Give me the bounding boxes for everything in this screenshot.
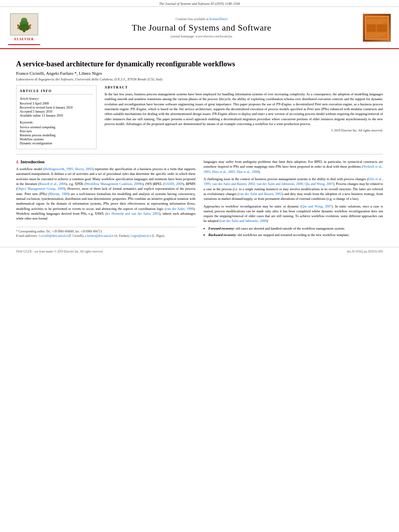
history-item-1: Received in revised form 4 January 2010 [20,106,93,109]
keyword-4: Dynamic reconfiguration [20,142,93,145]
bottom-left-text: 0164-1212/$ – see front matter © 2010 El… [16,250,103,253]
copyright-text: © 2010 Elsevier Inc. All rights reserved… [105,129,383,132]
svg-point-8 [29,24,31,26]
bottom-bar: 0164-1212/$ – see front matter © 2010 El… [0,247,399,256]
abstract-section: ABSTRACT In the last few years, business… [105,85,383,132]
article-authors: Franco Cicirelli, Angelo Furfaro *, Libe… [16,71,383,76]
intro-right-col: languages may suffer from ambiguity prob… [204,159,383,239]
footnote-corresponding: * Corresponding author. Tel.: +39 0984 4… [16,230,195,234]
svg-rect-3 [23,30,25,32]
keyword-2: Business process modelling [20,134,93,137]
elsevier-tree-icon [10,13,38,35]
article-info-abstract-section: ARTICLE INFO Article history: Received 3… [16,85,383,149]
section-heading: 1. Introduction [16,159,195,164]
journal-title-banner: The Journal of Systems and Software [40,23,363,33]
journal-header-text: The Journal of Systems and Software 83 (… [159,2,240,6]
sciencedirect-link[interactable]: ScienceDirect [210,17,228,21]
history-item-3: Available online 13 January 2010 [20,114,93,117]
footnote-emails: E-mail addresses: f.cicirelli@deis.unica… [16,234,195,238]
bottom-right-text: doi:10.1016/j.jss.2010.01.003 [347,250,383,253]
article-affiliation: Laboratorio di Ingegneria del Software, … [16,77,383,81]
keyword-0: Service oriented computing [20,125,93,129]
abstract-title: ABSTRACT [105,85,383,89]
journal-thumbnail-icon [363,14,391,42]
journal-header-bar: The Journal of Systems and Software 83 (… [0,0,399,7]
bullet-item-1: Backward recovery: old workflows are sto… [208,232,383,237]
article-title: A service-based architecture for dynamic… [16,60,383,68]
article-info-title: ARTICLE INFO [20,89,93,94]
svg-rect-18 [377,25,387,32]
svg-point-2 [19,24,30,31]
svg-point-4 [17,24,19,26]
intro-right-para-1: languages may suffer from ambiguity prob… [204,159,383,174]
keywords-label: Keywords: [20,121,93,124]
introduction-section: 1. Introduction A workflow model (Hollin… [16,159,383,239]
svg-rect-17 [367,25,376,32]
sciencedirect-line: Contents lists available at ScienceDirec… [40,17,363,21]
intro-right-para-3: Approaches to workflow reconfiguration m… [204,204,383,224]
history-item-0: Received 3 April 2009 [20,102,93,105]
abstract-column: ABSTRACT In the last few years, business… [105,85,383,149]
intro-paragraph-1: A workflow model (Hollingsworth, 1995; H… [16,166,195,221]
bullet-list: Forward recovery: old cases are aborted … [208,226,383,238]
history-item-2: Accepted 5 January 2010 [20,110,93,113]
journal-homepage: journal homepage: www.elsevier.com/locat… [40,35,363,38]
elsevier-text: ELSEVIER [14,37,34,41]
journal-banner: ELSEVIER Contents lists available at Sci… [0,7,399,49]
main-content: A service-based architecture for dynamic… [0,49,399,247]
keywords-section: Keywords: Service oriented computing Pet… [20,121,93,145]
section-number: 1. [16,159,21,164]
keyword-3: Workflow systems [20,138,93,141]
history-label: Article history: [20,97,93,101]
section-title-text: Introduction [21,159,45,164]
intro-right-para-2: A challenging issue in the context of bu… [204,177,383,201]
elsevier-logo: ELSEVIER [8,10,40,45]
intro-left-col: 1. Introduction A workflow model (Hollin… [16,159,195,239]
authors-text: Franco Cicirelli, Angelo Furfaro *, Libe… [16,71,102,76]
section-divider [16,154,383,154]
footnote-area: * Corresponding author. Tel.: +39 0984 4… [16,227,195,238]
abstract-text: In the last few years, business process … [105,92,383,126]
article-info-box: ARTICLE INFO Article history: Received 3… [16,85,97,149]
journal-center: Contents lists available at ScienceDirec… [40,17,363,38]
bullet-item-0: Forward recovery: old cases are aborted … [208,226,383,231]
keyword-1: Petri nets [20,129,93,133]
article-info-column: ARTICLE INFO Article history: Received 3… [16,85,97,149]
